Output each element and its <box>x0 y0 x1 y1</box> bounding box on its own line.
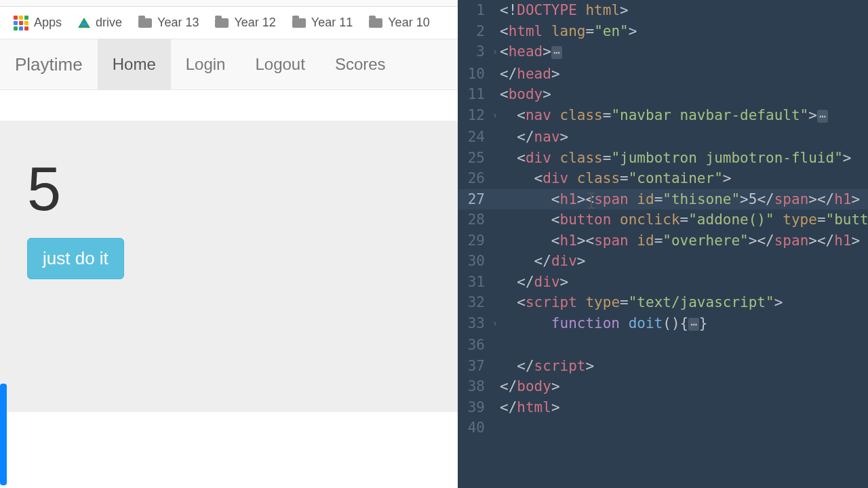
code-editor-pane[interactable]: 1<!DOCTYPE html>2<html lang="en">3›<head… <box>458 0 868 488</box>
line-number[interactable]: 40 <box>458 418 490 439</box>
line-number[interactable]: 31 <box>458 272 490 293</box>
nav-link-home[interactable]: Home <box>98 39 171 89</box>
fold-toggle-icon[interactable]: › <box>490 313 500 336</box>
line-number[interactable]: 39 <box>458 397 490 418</box>
code-line[interactable]: 24 </nav> <box>458 127 868 148</box>
code-line[interactable]: 11<body> <box>458 84 868 105</box>
fold-ellipsis-icon[interactable]: ⋯ <box>551 46 562 59</box>
code-line[interactable]: 10</head> <box>458 64 868 85</box>
line-number[interactable]: 25 <box>458 148 490 169</box>
code-content[interactable] <box>500 418 868 439</box>
fold-toggle-icon <box>490 272 500 293</box>
code-content[interactable]: <button onclick="addone()" type="butto <box>500 209 868 230</box>
line-number[interactable]: 33 <box>458 313 490 336</box>
counter-value: 5 <box>27 155 431 224</box>
code-content[interactable]: </html> <box>500 397 868 418</box>
fold-toggle-icon <box>490 418 500 439</box>
line-number[interactable]: 36 <box>458 335 490 356</box>
bookmark-drive[interactable]: drive <box>78 16 122 30</box>
fold-toggle-icon <box>490 127 500 148</box>
fold-toggle-icon[interactable]: › <box>490 105 500 127</box>
line-number[interactable]: 28 <box>458 209 490 230</box>
fold-toggle-icon <box>490 64 500 85</box>
code-line[interactable]: 3›<head>⋯ <box>458 41 868 64</box>
fold-ellipsis-icon[interactable]: ⋯ <box>817 110 828 123</box>
code-content[interactable]: <body> <box>500 84 868 105</box>
line-number[interactable]: 3 <box>458 41 490 64</box>
code-content[interactable]: <h1><span id="overhere"></span></h1> <box>500 230 868 251</box>
code-content[interactable]: <!DOCTYPE html> <box>500 0 868 21</box>
code-content[interactable]: <html lang="en"> <box>500 21 868 42</box>
code-content[interactable]: </div> <box>500 272 868 293</box>
line-number[interactable]: 32 <box>458 292 490 313</box>
code-line[interactable]: 31 </div> <box>458 272 868 293</box>
line-number[interactable]: 12 <box>458 105 490 127</box>
code-content[interactable]: </head> <box>500 64 868 85</box>
code-line[interactable]: 1<!DOCTYPE html> <box>458 0 868 21</box>
code-content[interactable]: <div class="container"> <box>500 168 868 189</box>
fold-toggle-icon[interactable]: › <box>490 41 500 64</box>
code-line[interactable]: 38</body> <box>458 376 868 397</box>
offscreen-window-edge <box>0 384 7 485</box>
code-content[interactable]: <script type="text/javascript"> <box>500 292 868 313</box>
just-do-it-button[interactable]: just do it <box>27 238 124 279</box>
code-content[interactable]: </script> <box>500 356 868 377</box>
fold-toggle-icon <box>490 376 500 397</box>
fold-ellipsis-icon[interactable]: ⋯ <box>688 318 699 331</box>
bookmark-label: Year 11 <box>311 16 353 30</box>
code-content[interactable]: <h1><span id="thisone">5</span></h1> <box>500 189 868 210</box>
code-line[interactable]: 30 </div> <box>458 251 868 272</box>
line-number[interactable]: 29 <box>458 230 490 251</box>
bookmarks-bar: Apps drive Year 13 Year 12 Year 11 Year … <box>0 7 458 39</box>
navbar-brand[interactable]: Playtime <box>0 54 98 75</box>
bookmark-apps[interactable]: Apps <box>14 16 62 30</box>
code-line[interactable]: 26 <div class="container"> <box>458 168 868 189</box>
bookmark-folder-year10[interactable]: Year 10 <box>369 16 429 30</box>
code-content[interactable]: function doit(){⋯} <box>500 313 868 336</box>
nav-link-login[interactable]: Login <box>171 39 241 89</box>
bookmark-folder-year13[interactable]: Year 13 <box>138 16 199 30</box>
code-line[interactable]: 29 <h1><span id="overhere"></span></h1> <box>458 230 868 251</box>
code-content[interactable]: </div> <box>500 251 868 272</box>
code-line[interactable]: 28 <button onclick="addone()" type="butt… <box>458 209 868 230</box>
code-line[interactable]: 32 <script type="text/javascript"> <box>458 292 868 313</box>
line-number[interactable]: 2 <box>458 21 490 42</box>
bookmark-folder-year11[interactable]: Year 11 <box>292 16 353 30</box>
fold-toggle-icon <box>490 356 500 377</box>
code-line[interactable]: 40 <box>458 418 868 439</box>
code-content[interactable]: </body> <box>500 376 868 397</box>
nav-link-scores[interactable]: Scores <box>320 39 401 89</box>
code-content[interactable]: </nav> <box>500 127 868 148</box>
browser-pane: Apps drive Year 13 Year 12 Year 11 Year … <box>0 0 458 488</box>
line-number[interactable]: 24 <box>458 127 490 148</box>
code-line[interactable]: 37 </script> <box>458 356 868 377</box>
bookmark-folder-year12[interactable]: Year 12 <box>215 16 275 30</box>
line-number[interactable]: 26 <box>458 168 490 189</box>
fold-toggle-icon <box>490 397 500 418</box>
bookmark-label: Year 13 <box>157 16 199 30</box>
fold-toggle-icon <box>490 251 500 272</box>
line-number[interactable]: 11 <box>458 84 490 105</box>
line-number[interactable]: 30 <box>458 251 490 272</box>
code-line[interactable]: 36 <box>458 335 868 356</box>
code-line[interactable]: 2<html lang="en"> <box>458 21 868 42</box>
line-number[interactable]: 27 <box>458 189 490 210</box>
code-content[interactable]: <head>⋯ <box>500 41 868 64</box>
code-content[interactable]: <nav class="navbar navbar-default">⋯ <box>500 105 868 127</box>
nav-link-logout[interactable]: Logout <box>240 39 319 89</box>
rendered-page: Playtime Home Login Logout Scores 5 just… <box>0 39 458 488</box>
code-content[interactable]: <div class="jumbotron jumbotron-fluid"> <box>500 148 868 169</box>
line-number[interactable]: 38 <box>458 376 490 397</box>
fold-toggle-icon <box>490 189 500 210</box>
code-line[interactable]: 25 <div class="jumbotron jumbotron-fluid… <box>458 148 868 169</box>
line-number[interactable]: 37 <box>458 356 490 377</box>
code-content[interactable] <box>500 335 868 356</box>
code-line[interactable]: 33› function doit(){⋯} <box>458 313 868 336</box>
apps-grid-icon <box>14 16 28 30</box>
code-line[interactable]: 12› <nav class="navbar navbar-default">⋯ <box>458 105 868 127</box>
code-line[interactable]: 27 <h1><span id="thisone">5</span></h1> <box>458 189 868 210</box>
code-line[interactable]: 39</html> <box>458 397 868 418</box>
line-number[interactable]: 1 <box>458 0 490 21</box>
fold-toggle-icon <box>490 21 500 42</box>
line-number[interactable]: 10 <box>458 64 490 85</box>
